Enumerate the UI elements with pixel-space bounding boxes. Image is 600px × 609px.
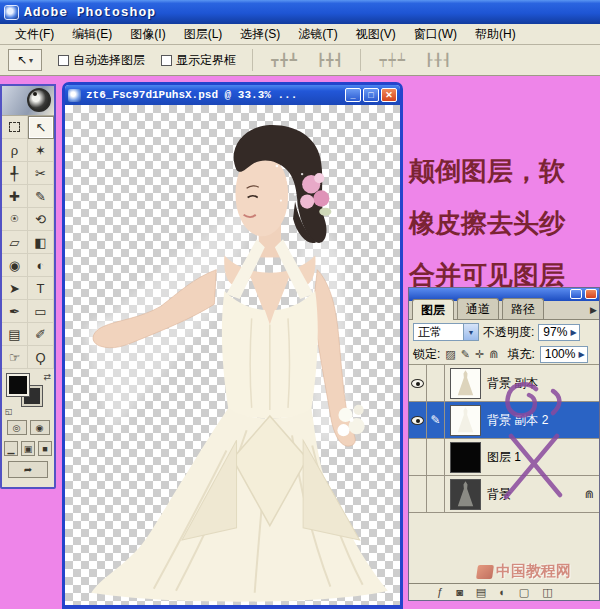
layer-list: 背景 副本 ✎ 背景 副本 2 图层 1 背景 ⋒ xyxy=(409,365,599,513)
tab-paths[interactable]: 路径 xyxy=(502,298,544,319)
menu-help[interactable]: 帮助(H) xyxy=(466,24,525,45)
visibility-toggle[interactable] xyxy=(409,365,427,402)
layer-thumbnail[interactable] xyxy=(450,405,481,436)
rectangular-marquee-tool[interactable] xyxy=(2,116,28,139)
menu-window[interactable]: 窗口(W) xyxy=(405,24,466,45)
app-title: Adobe Photoshop xyxy=(24,5,156,20)
document-minimize-button[interactable]: _ xyxy=(345,88,361,102)
menu-select[interactable]: 选择(S) xyxy=(231,24,289,45)
type-tool[interactable]: T xyxy=(28,277,54,300)
menu-file[interactable]: 文件(F) xyxy=(6,24,63,45)
foreground-color-swatch[interactable] xyxy=(7,374,29,396)
eyedropper-tool[interactable]: ✐ xyxy=(28,323,54,346)
notes-tool[interactable]: ▤ xyxy=(2,323,28,346)
brush-tool[interactable]: ✎ xyxy=(28,185,54,208)
auto-select-layer-checkbox[interactable] xyxy=(58,55,69,66)
auto-select-layer-option[interactable]: 自动选择图层 xyxy=(58,52,145,69)
palette-minimize-button[interactable] xyxy=(570,289,582,299)
document-titlebar[interactable]: zt6_Fsc97d1PuhsX.psd @ 33.3% ... _ □ ✕ xyxy=(65,85,400,105)
slice-tool[interactable]: ✂ xyxy=(28,162,54,185)
quick-mask-mode-button[interactable]: ◉ xyxy=(30,420,50,435)
dodge-tool[interactable]: ◐ xyxy=(28,254,54,277)
layer-thumbnail[interactable] xyxy=(450,368,481,399)
lock-image-icon[interactable]: ✎ xyxy=(461,348,470,361)
layer-name[interactable]: 背景 副本 xyxy=(487,375,538,392)
align-buttons-group-1: ┳╋┻ xyxy=(271,53,299,67)
layer-row-background-copy-2[interactable]: ✎ 背景 副本 2 xyxy=(409,402,599,439)
blend-mode-value: 正常 xyxy=(414,324,463,341)
layer-name[interactable]: 背景 xyxy=(487,486,511,503)
layer-name[interactable]: 图层 1 xyxy=(487,449,521,466)
tab-channels[interactable]: 通道 xyxy=(457,298,499,319)
distribute-icons-1: ┯┿┷ xyxy=(379,53,407,67)
menu-view[interactable]: 视图(V) xyxy=(347,24,405,45)
show-bounding-box-option[interactable]: 显示定界框 xyxy=(161,52,236,69)
visibility-toggle[interactable] xyxy=(409,439,427,476)
link-cell[interactable] xyxy=(427,365,445,402)
menu-filter[interactable]: 滤镜(T) xyxy=(289,24,346,45)
history-brush-tool[interactable]: ⟲ xyxy=(28,208,54,231)
layer-thumbnail[interactable] xyxy=(450,442,481,473)
pen-tool[interactable]: ✒ xyxy=(2,300,28,323)
layer-row-layer-1[interactable]: 图层 1 xyxy=(409,439,599,476)
layer-set-icon[interactable]: ▤ xyxy=(476,586,486,599)
blend-mode-select[interactable]: 正常 ▼ xyxy=(413,323,479,341)
zoom-tool[interactable]: Ϙ xyxy=(28,346,54,369)
fill-field[interactable]: 100% ▶ xyxy=(540,346,588,363)
visibility-toggle[interactable] xyxy=(409,402,427,439)
document-close-button[interactable]: ✕ xyxy=(381,88,397,102)
hand-tool[interactable]: ☞ xyxy=(2,346,28,369)
lock-all-icon[interactable]: ⋒ xyxy=(489,348,498,361)
lock-transparency-icon[interactable]: ▨ xyxy=(445,348,455,361)
full-screen-menubar-button[interactable]: ▣ xyxy=(21,441,35,456)
magic-wand-tool[interactable]: ✶ xyxy=(28,139,54,162)
swap-colors-icon[interactable]: ⇄ xyxy=(43,372,51,382)
distribute-buttons-group-1: ┯┿┷ xyxy=(379,53,407,67)
menu-layer[interactable]: 图层(L) xyxy=(175,24,232,45)
opacity-arrow-icon[interactable]: ▶ xyxy=(570,328,576,337)
gradient-tool[interactable]: ◧ xyxy=(28,231,54,254)
standard-screen-mode-button[interactable]: ▁ xyxy=(4,441,18,456)
lasso-tool[interactable]: ρ xyxy=(2,139,28,162)
link-cell[interactable] xyxy=(427,439,445,476)
menu-image[interactable]: 图像(I) xyxy=(121,24,174,45)
visibility-toggle[interactable] xyxy=(409,476,427,513)
blur-tool[interactable]: ◉ xyxy=(2,254,28,277)
menu-edit[interactable]: 编辑(E) xyxy=(63,24,121,45)
adjustment-layer-icon[interactable]: ◐ xyxy=(499,586,506,598)
fill-arrow-icon[interactable]: ▶ xyxy=(578,350,584,359)
tab-layers[interactable]: 图层 xyxy=(412,299,454,320)
document-maximize-button[interactable]: □ xyxy=(363,88,379,102)
layer-thumbnail[interactable] xyxy=(450,479,481,510)
healing-brush-tool[interactable]: ✚ xyxy=(2,185,28,208)
default-colors-icon[interactable]: ◱ xyxy=(5,407,13,416)
link-cell[interactable]: ✎ xyxy=(427,402,445,439)
jump-to-imageready-button[interactable]: ➦ xyxy=(8,461,48,478)
delete-layer-icon[interactable]: ◫ xyxy=(542,586,552,599)
palette-menu-icon[interactable]: ▶ xyxy=(590,305,597,315)
link-cell[interactable] xyxy=(427,476,445,513)
document-canvas[interactable] xyxy=(65,105,400,605)
layer-mask-icon[interactable]: ◙ xyxy=(456,586,463,598)
blend-mode-row: 正常 ▼ 不透明度: 97% ▶ xyxy=(409,320,599,344)
shape-tool[interactable]: ▭ xyxy=(28,300,54,323)
show-bounding-box-checkbox[interactable] xyxy=(161,55,172,66)
new-layer-icon[interactable]: ▢ xyxy=(519,586,529,599)
layer-style-icon[interactable]: ƒ xyxy=(437,586,443,598)
eraser-tool[interactable]: ▱ xyxy=(2,231,28,254)
opacity-field[interactable]: 97% ▶ xyxy=(538,324,579,341)
standard-mode-button[interactable]: ◎ xyxy=(7,420,27,435)
clone-stamp-tool[interactable]: ⍟ xyxy=(2,208,28,231)
layer-name[interactable]: 背景 副本 2 xyxy=(487,412,548,429)
crop-tool[interactable]: ╃ xyxy=(2,162,28,185)
layer-row-background[interactable]: 背景 ⋒ xyxy=(409,476,599,513)
move-tool-preset-button[interactable]: ↖ ▾ xyxy=(8,49,42,71)
lock-position-icon[interactable]: ✛ xyxy=(475,348,484,361)
palette-close-button[interactable] xyxy=(585,289,597,299)
color-swatches: ⇄ ◱ xyxy=(2,371,54,417)
full-screen-button[interactable]: ■ xyxy=(38,441,52,456)
layer-row-background-copy[interactable]: 背景 副本 xyxy=(409,365,599,402)
preset-dropdown-icon: ▾ xyxy=(29,56,33,65)
path-selection-tool[interactable]: ➤ xyxy=(2,277,28,300)
move-tool[interactable]: ↖ xyxy=(28,116,54,139)
